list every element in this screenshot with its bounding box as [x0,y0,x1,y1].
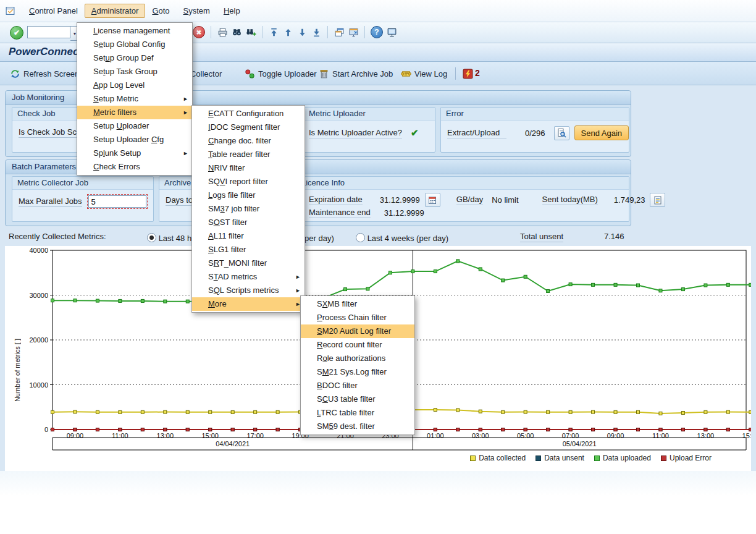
menu-item-check-errors[interactable]: Check Errors [77,160,192,174]
error-detail-icon[interactable] [554,126,569,140]
menu-item-role-authorizations[interactable]: Role authorizations [301,352,414,365]
menu-item-setup-metric[interactable]: Setup Metric► [77,92,192,106]
menu-item-slg1-filter[interactable]: SLG1 filter [192,243,304,256]
sent-today-value: 1.749,23 [614,195,645,205]
menu-item-idoc-segment-filter[interactable]: IDOC Segment filter [192,121,304,134]
sap-window: Control PanelAdministratorGotoSystemHelp… [0,0,756,534]
menu-item-record-count-filter[interactable]: Record count filter [301,338,414,352]
customize-local-layout-icon[interactable] [386,27,397,38]
start-archive-job-button[interactable]: Start Archive Job [316,67,395,80]
menu-item-sm37-job-filter[interactable]: SM37 job filter [192,202,304,216]
menu-item-more[interactable]: More► [192,297,304,311]
command-input[interactable] [27,26,70,38]
prev-page-icon[interactable] [282,27,293,38]
menu-item-sxmb-filter[interactable]: SXMB filter [301,297,414,311]
menu-item-sqvi-report-filter[interactable]: SQVI report filter [192,175,304,189]
menu-item-change-doc-filter[interactable]: Change doc. filter [192,134,304,148]
menu-item-al11-filter[interactable]: AL11 filter [192,229,304,243]
view-log-button[interactable]: View Log [398,67,449,80]
legend-item-data-unsent: Data unsent [536,454,584,462]
menu-item-sm20-audit-log-filter[interactable]: SM20 Audit Log filter [301,324,414,338]
menu-item-scu3-table-filter[interactable]: SCU3 table filter [301,392,414,406]
licence-info-box: Licence Info Expiration date 31.12.9999 … [290,176,629,222]
alert-count[interactable]: 2 [475,68,480,78]
menu-item-metric-filters[interactable]: Metric filters► [77,106,192,119]
menu-item-bdoc-filter[interactable]: BDOC filter [301,379,414,392]
menubar-item-help[interactable]: Help [217,4,247,18]
menu-item-sost-filter[interactable]: SOST filter [192,216,304,229]
alert-bolt-icon[interactable] [462,68,473,79]
menu-item-nriv-filter[interactable]: NRIV filter [192,161,304,175]
find-next-icon[interactable] [245,27,256,38]
maintenance-end-label: Maintenance end [309,208,371,218]
menubar-item-system[interactable]: System [177,4,217,18]
refresh-screen-button[interactable]: Refresh Screen [7,67,81,80]
chart-legend: Data collectedData unsentData uploadedUp… [470,454,712,462]
calendar-icon[interactable] [425,193,440,207]
menu-item-setup-uploader-cfg[interactable]: Setup Uploader Cfg [77,133,192,146]
menu-item-logs-file-filter[interactable]: Logs file filter [192,189,304,202]
legend-item-upload-error: Upload Error [661,454,712,462]
refresh-icon [9,68,20,79]
more-menu: SXMB filterProcess Chain filterSM20 Audi… [300,295,415,435]
radio-icon[interactable] [147,233,156,242]
toolbar-separator [211,26,211,38]
enter-icon[interactable]: ✔ [10,26,23,40]
find-icon[interactable] [231,27,242,38]
menu-item-srt-moni-filter[interactable]: SRT_MONI filter [192,256,304,270]
next-page-icon[interactable] [296,27,308,38]
sent-log-icon[interactable] [650,193,665,207]
last-page-icon[interactable] [311,27,322,38]
days-to-label: Days to [166,195,193,206]
menu-item-setup-group-def[interactable]: Setup Group Def [77,51,192,65]
max-parallel-jobs-input[interactable] [88,195,146,208]
send-again-button[interactable]: Send Again [574,125,629,140]
svg-text:0: 0 [44,426,48,433]
menu-item-stad-metrics[interactable]: STAD metrics► [192,270,304,284]
svg-text:11:00: 11:00 [652,432,669,439]
create-shortcut-icon[interactable] [348,27,359,38]
new-session-icon[interactable] [334,27,345,38]
submenu-arrow-icon: ► [183,146,188,160]
menu-item-license-management[interactable]: License management [77,24,192,38]
radio-last-4-weeks[interactable]: Last 4 weeks (per day) [356,232,448,243]
menubar-item-goto[interactable]: Goto [145,4,176,18]
menu-item-setup-global-config[interactable]: Setup Global Config [77,38,192,51]
system-menu-icon[interactable] [5,6,16,17]
command-field[interactable]: ▼ [27,26,80,41]
menu-item-setup-task-group[interactable]: Setup Task Group [77,65,192,78]
radio-icon[interactable] [356,233,365,242]
menu-item-splunk-setup[interactable]: Splunk Setup► [77,146,192,160]
first-page-icon[interactable] [268,27,279,38]
legend-swatch [470,456,476,461]
menu-item-app-log-level[interactable]: App Log Level [77,78,192,92]
toggle-uploader-button[interactable]: Toggle Uploader [242,67,319,80]
menu-item-ecatt-configuration[interactable]: ECATT Configuration [192,107,304,121]
menu-item-ltrc-table-filter[interactable]: LTRC table filter [301,406,414,420]
menu-item-process-chain-filter[interactable]: Process Chain filter [301,311,414,324]
toolbar-icons: ✖ [193,26,397,38]
svg-text:05:00: 05:00 [517,432,534,439]
extract-upload-value: 0/296 [525,129,545,138]
print-icon[interactable] [217,27,228,38]
svg-text:11:00: 11:00 [112,432,128,439]
svg-text:17:00: 17:00 [246,432,264,439]
menu-item-table-reader-filter[interactable]: Table reader filter [192,148,304,161]
menu-item-sm59-dest-filter[interactable]: SM59 dest. filter [301,420,414,433]
menu-bar: Control PanelAdministratorGotoSystemHelp [0,0,756,22]
svg-text:09:00: 09:00 [67,432,84,439]
cancel-icon[interactable]: ✖ [193,26,205,38]
gb-day-label: GB/day [456,195,483,205]
menubar-item-administrator[interactable]: Administrator [85,4,146,18]
menu-item-setup-uploader[interactable]: Setup Uploader [77,119,192,133]
legend-item-data-collected: Data collected [470,454,526,462]
menu-item-sql-scripts-metrics[interactable]: SQL Scripts metrics► [192,284,304,297]
menubar-item-control-panel[interactable]: Control Panel [22,4,85,18]
help-icon[interactable]: ? [371,26,383,38]
bottom-area [0,471,756,534]
metric-collector-job-title: Metric Collector Job [12,177,153,190]
toggle-uploader-icon [244,68,255,79]
menu-item-sm21-sys-log-filter[interactable]: SM21 Sys.Log filter [301,365,414,379]
extract-upload-label: Extract/Upload [447,128,506,138]
error-box: Error Extract/Upload 0/296 Send Again [440,107,629,153]
